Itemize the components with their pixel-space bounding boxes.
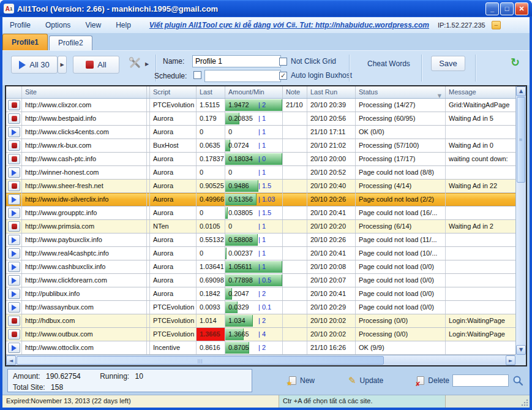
column-header-status[interactable]: Status ▼: [356, 86, 446, 98]
horizontal-scroll-thumb[interactable]: |||: [17, 356, 384, 365]
table-row[interactable]: http://publibux.info Aurora 0.1842 0.204…: [6, 287, 515, 301]
vertical-scrollbar[interactable]: ▲ ≡ ▼: [515, 86, 526, 355]
table-row[interactable]: http://www.cash-ptc.info Aurora 0.17837 …: [6, 153, 515, 166]
tools-button[interactable]: [129, 57, 142, 72]
row-state-button[interactable]: [8, 248, 20, 259]
column-header-amount[interactable]: Amount/Min: [225, 86, 283, 98]
auto-login-option[interactable]: ✓ Auto login Buxhost: [279, 71, 352, 80]
table-row[interactable]: http://www.ottoclix.com Incentive 0.8616…: [6, 341, 515, 355]
table-row[interactable]: http://winner-honest.com Aurora 0 0| 1 2…: [6, 166, 515, 180]
row-state-button[interactable]: [8, 140, 20, 151]
start-all-button[interactable]: All 30: [11, 56, 58, 74]
column-header-note[interactable]: Note: [283, 86, 307, 98]
amount-cell: 1.034| 2: [225, 314, 283, 327]
scroll-left-button[interactable]: ◄: [6, 355, 16, 365]
menu-profile[interactable]: Profile: [2, 21, 38, 29]
new-button[interactable]: ★ New: [289, 376, 315, 385]
row-state-button[interactable]: [8, 343, 20, 353]
scroll-down-button[interactable]: ▼: [516, 345, 526, 355]
row-state-button[interactable]: [8, 181, 20, 191]
column-header-last[interactable]: Last: [197, 86, 225, 98]
resize-grip[interactable]: [521, 399, 528, 406]
row-state-button[interactable]: [8, 275, 20, 286]
row-state-button[interactable]: [8, 316, 20, 326]
table-row[interactable]: http://www.primsia.com NTen 0.0105 0| 1 …: [6, 220, 515, 233]
script-cell: Aurora: [150, 153, 197, 165]
column-header-state[interactable]: [6, 86, 22, 98]
table-row[interactable]: http://www.idw-silverclix.info Aurora 0.…: [6, 193, 515, 207]
scroll-up-button[interactable]: ▲: [516, 86, 526, 96]
column-header-site[interactable]: Site: [22, 86, 147, 98]
row-state-button[interactable]: [8, 262, 20, 272]
tab-profile1[interactable]: Profile1: [2, 34, 48, 50]
play-icon: [12, 345, 17, 351]
status-cell: Page could not load (16/...: [356, 207, 446, 219]
search-icon[interactable]: [512, 375, 523, 386]
lastrun-cell: 20/10 20:41: [307, 287, 356, 300]
row-state-button[interactable]: [8, 235, 20, 245]
table-row[interactable]: http://www.clixzor.com PTCEvolution 1.51…: [6, 99, 515, 112]
row-state-button[interactable]: [8, 100, 20, 110]
table-row[interactable]: http://www.clicks4cents.com Aurora 0 0| …: [6, 126, 515, 139]
save-button[interactable]: Save: [431, 56, 465, 71]
row-state-button[interactable]: [8, 127, 20, 137]
script-cell: PTCEvolution: [150, 314, 197, 327]
schedule-checkbox[interactable]: [193, 71, 201, 79]
note-cell: [283, 341, 307, 354]
close-button[interactable]: ✕: [515, 2, 528, 15]
panel-toggle-button[interactable]: –: [492, 21, 501, 29]
table-row[interactable]: http://hdbux.com PTCEvolution 1.014 1.03…: [6, 314, 515, 328]
menu-options[interactable]: Options: [38, 21, 78, 29]
row-state-button[interactable]: [8, 154, 20, 164]
menu-help[interactable]: Help: [108, 21, 138, 29]
tools-dropdown-arrow[interactable]: ▶: [145, 61, 149, 67]
auto-login-checkbox[interactable]: ✓: [279, 72, 287, 80]
tab-profile2[interactable]: Profile2: [49, 36, 92, 50]
stop-all-button[interactable]: All: [73, 56, 119, 74]
last-cell: 0.179: [197, 112, 225, 125]
table-row[interactable]: http://www.paybuxclix.info Aurora 0.5513…: [6, 233, 515, 247]
scroll-right-button[interactable]: ►: [506, 355, 515, 365]
menu-view[interactable]: View: [78, 21, 108, 29]
row-state-button[interactable]: [8, 302, 20, 313]
maximize-button[interactable]: □: [500, 2, 514, 15]
refresh-icon[interactable]: ↻: [511, 56, 520, 69]
update-button[interactable]: ✎ Update: [348, 375, 383, 386]
table-row[interactable]: http://www.real4cashptc.info Aurora 0 0.…: [6, 247, 515, 260]
column-header-lastrun[interactable]: Last Run: [307, 86, 356, 98]
row-state-button[interactable]: [8, 167, 20, 178]
schedule-input[interactable]: [204, 70, 281, 82]
vertical-scroll-thumb[interactable]: ≡: [517, 97, 525, 183]
row-state-button[interactable]: [8, 329, 20, 340]
not-click-grid-checkbox[interactable]: [279, 58, 287, 66]
not-click-grid-option[interactable]: Not Click Grid: [279, 57, 336, 66]
search-input[interactable]: [452, 374, 509, 387]
message-cell: [446, 247, 515, 260]
row-state-button[interactable]: [8, 194, 20, 205]
horizontal-scrollbar[interactable]: ◄ ||| ►: [6, 355, 515, 365]
row-state-button[interactable]: [8, 113, 20, 124]
table-row[interactable]: http://wassaynbux.com PTCEvolution 0.009…: [6, 301, 515, 314]
column-header-script[interactable]: Script: [150, 86, 197, 98]
table-row[interactable]: http://www.outbux.com PTCEvolution 1.366…: [6, 328, 515, 341]
table-row[interactable]: http://www.bestpaid.info Aurora 0.179 0.…: [6, 112, 515, 126]
column-header-message[interactable]: Message: [446, 86, 515, 98]
table-row[interactable]: http://www.sheer-fresh.net Aurora 0.9052…: [6, 180, 515, 193]
cheat-words-button[interactable]: Cheat Words: [367, 59, 410, 68]
table-row[interactable]: http://www.cashbuxclix.info Aurora 1.036…: [6, 260, 515, 274]
start-all-dropdown[interactable]: ▶: [58, 56, 67, 74]
row-state-button[interactable]: [8, 221, 20, 232]
table-row[interactable]: http://www.groupptc.info Aurora 0 0.0380…: [6, 207, 515, 220]
table-row[interactable]: http://www.rk-bux.com BuxHost 0.0635 0.0…: [6, 139, 515, 153]
tutorial-link[interactable]: Viết plugin All1Tool cực kì dễ dàng với …: [149, 21, 429, 29]
minimize-button[interactable]: _: [485, 2, 499, 15]
message-cell: Waiting Ad in 22: [446, 180, 515, 192]
profile-name-input[interactable]: [192, 55, 281, 67]
site-cell: http://www.idw-silverclix.info: [22, 193, 147, 206]
stop-icon: [12, 183, 17, 189]
state-cell: [6, 166, 22, 179]
delete-button[interactable]: ✘ Delete: [417, 376, 449, 385]
row-state-button[interactable]: [8, 289, 20, 299]
row-state-button[interactable]: [8, 208, 20, 218]
table-row[interactable]: http://www.clickforearn.com Aurora 0.690…: [6, 274, 515, 287]
